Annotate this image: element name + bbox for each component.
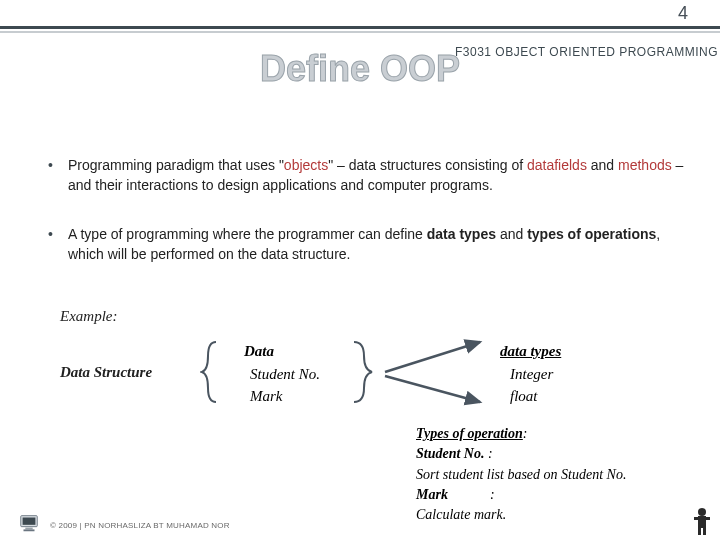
data-row: Mark xyxy=(244,385,320,408)
bullet-marker: • xyxy=(48,155,68,196)
bullet-item: • Programming paradigm that uses "object… xyxy=(48,155,690,196)
bullet-list: • Programming paradigm that uses "object… xyxy=(48,155,690,292)
data-structure-label: Data Structure xyxy=(60,364,152,381)
operations-line: Student No. : xyxy=(416,444,626,464)
computer-icon xyxy=(18,512,40,534)
divider-dark xyxy=(0,26,720,29)
types-row: Integer xyxy=(500,363,561,386)
svg-rect-7 xyxy=(698,516,706,528)
svg-rect-3 xyxy=(23,518,36,525)
arrows-icon xyxy=(380,332,490,412)
brace-right-icon xyxy=(350,340,374,404)
divider-light xyxy=(0,31,720,33)
svg-rect-4 xyxy=(25,528,32,530)
operations-line: Calculate mark. xyxy=(416,505,626,525)
operations-line: Sort student list based on Student No. xyxy=(416,465,626,485)
data-row: Student No. xyxy=(244,363,320,386)
brace-left-icon xyxy=(200,340,220,404)
data-header: Data xyxy=(244,340,320,363)
svg-rect-5 xyxy=(24,529,35,531)
svg-rect-10 xyxy=(694,517,698,520)
bullet-item: • A type of programming where the progra… xyxy=(48,224,690,265)
person-icon xyxy=(692,506,712,536)
types-row: float xyxy=(500,385,561,408)
operations-header: Types of operation: xyxy=(416,424,626,444)
svg-point-6 xyxy=(698,508,706,516)
bullet-text: A type of programming where the programm… xyxy=(68,224,690,265)
operations-block: Types of operation: Student No. : Sort s… xyxy=(416,424,626,525)
svg-rect-9 xyxy=(703,528,706,535)
bullet-text: Programming paradigm that uses "objects"… xyxy=(68,155,690,196)
svg-rect-8 xyxy=(698,528,701,535)
bullet-marker: • xyxy=(48,224,68,265)
types-header: data types xyxy=(500,340,561,363)
page-number-bar: 4 xyxy=(0,0,720,26)
footer-text: © 2009 | PN NORHASLIZA BT MUHAMAD NOR xyxy=(50,521,230,530)
operations-line: Mark : xyxy=(416,485,626,505)
types-column: data types Integer float xyxy=(500,340,561,408)
page-number: 4 xyxy=(678,3,688,24)
slide: 4 F3031 OBJECT ORIENTED PROGRAMMING Defi… xyxy=(0,0,720,540)
svg-line-1 xyxy=(385,376,480,402)
example-label: Example: xyxy=(60,308,117,325)
svg-line-0 xyxy=(385,342,480,372)
data-column: Data Student No. Mark xyxy=(244,340,320,408)
svg-rect-11 xyxy=(706,517,710,520)
slide-title: Define OOP xyxy=(0,48,720,90)
